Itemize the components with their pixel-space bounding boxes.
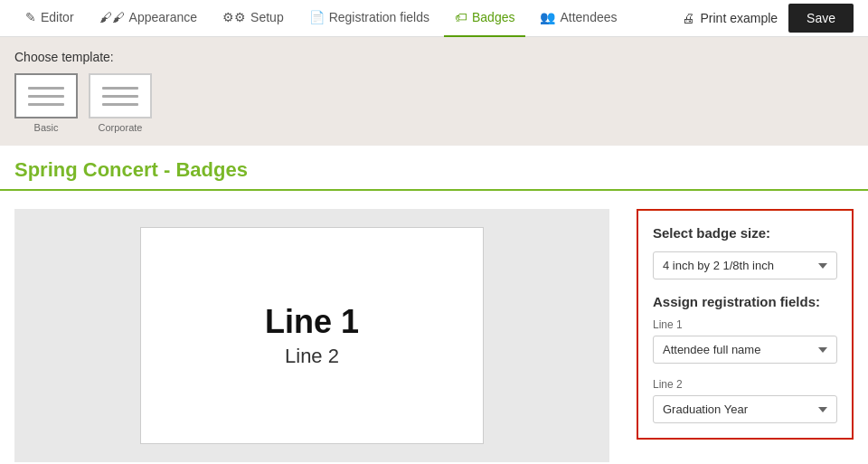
nav-item-registration-fields[interactable]: 📄 Registration fields bbox=[298, 0, 440, 37]
thumb-line bbox=[102, 95, 138, 98]
nav-label-editor: Editor bbox=[41, 10, 74, 24]
badge-size-title: Select badge size: bbox=[653, 225, 837, 241]
thumb-line bbox=[102, 103, 138, 106]
template-thumb-corporate bbox=[89, 73, 152, 118]
badge-line2: Line 2 bbox=[285, 345, 339, 368]
nav-label-badges: Badges bbox=[472, 10, 514, 24]
badge-line1: Line 1 bbox=[265, 303, 359, 341]
template-card-basic[interactable]: Basic bbox=[14, 73, 78, 133]
thumb-line bbox=[102, 87, 138, 90]
template-name-basic: Basic bbox=[34, 122, 59, 133]
page-title-bar: Spring Concert - Badges bbox=[0, 146, 868, 191]
line1-field-label: Line 1 bbox=[653, 318, 837, 331]
print-example-button[interactable]: 🖨 Print example bbox=[682, 11, 778, 25]
assign-registration-title: Assign registration fields: bbox=[653, 294, 837, 309]
nav-label-appearance: Appearance bbox=[129, 10, 198, 24]
brush-icon: 🖌 bbox=[99, 10, 125, 24]
line1-select[interactable]: Attendee full name First name Last name … bbox=[653, 336, 837, 364]
template-name-corporate: Corporate bbox=[99, 122, 143, 133]
save-label: Save bbox=[807, 11, 835, 25]
nav-item-attendees[interactable]: 👥 Attendees bbox=[529, 0, 627, 37]
line2-field-label: Line 2 bbox=[653, 378, 837, 391]
thumb-line bbox=[28, 87, 64, 90]
nav-item-editor[interactable]: Editor bbox=[14, 0, 85, 37]
badge-icon: 🏷 bbox=[455, 10, 467, 24]
nav-label-registration-fields: Registration fields bbox=[329, 10, 429, 24]
gear-icon: ⚙ bbox=[222, 10, 246, 24]
template-bar: Choose template: Basic Corporate bbox=[0, 37, 868, 146]
thumb-line bbox=[28, 103, 64, 106]
template-bar-label: Choose template: bbox=[14, 50, 854, 64]
thumb-line bbox=[28, 95, 64, 98]
people-icon: 👥 bbox=[540, 10, 555, 24]
nav-label-attendees: Attendees bbox=[560, 10, 617, 24]
template-thumb-basic bbox=[14, 73, 78, 118]
line2-select[interactable]: Graduation Year First name Last name Ema… bbox=[653, 395, 837, 423]
template-card-corporate[interactable]: Corporate bbox=[89, 73, 152, 133]
nav-item-appearance[interactable]: 🖌 Appearance bbox=[89, 0, 209, 37]
main-content: Line 1 Line 2 Select badge size: 4 inch … bbox=[0, 191, 868, 464]
doc-icon: 📄 bbox=[309, 10, 325, 24]
top-nav: Editor 🖌 Appearance ⚙ Setup 📄 Registrati… bbox=[0, 0, 868, 37]
nav-item-badges[interactable]: 🏷 Badges bbox=[444, 0, 525, 37]
edit-icon bbox=[25, 10, 36, 24]
page-title: Spring Concert - Badges bbox=[14, 158, 854, 182]
nav-item-setup[interactable]: ⚙ Setup bbox=[212, 0, 295, 37]
template-options: Basic Corporate bbox=[14, 73, 854, 133]
save-button[interactable]: Save bbox=[788, 4, 854, 33]
badge-preview-wrapper: Line 1 Line 2 bbox=[14, 209, 609, 462]
print-icon: 🖨 bbox=[682, 11, 694, 25]
print-label: Print example bbox=[700, 11, 778, 25]
badge-preview: Line 1 Line 2 bbox=[140, 227, 484, 444]
nav-items: Editor 🖌 Appearance ⚙ Setup 📄 Registrati… bbox=[14, 0, 682, 37]
nav-label-setup: Setup bbox=[250, 10, 284, 24]
badge-size-select[interactable]: 4 inch by 2 1/8th inch 3 inch by 2 inch … bbox=[653, 251, 837, 279]
nav-right: 🖨 Print example Save bbox=[682, 4, 854, 33]
settings-panel: Select badge size: 4 inch by 2 1/8th inc… bbox=[637, 209, 854, 440]
